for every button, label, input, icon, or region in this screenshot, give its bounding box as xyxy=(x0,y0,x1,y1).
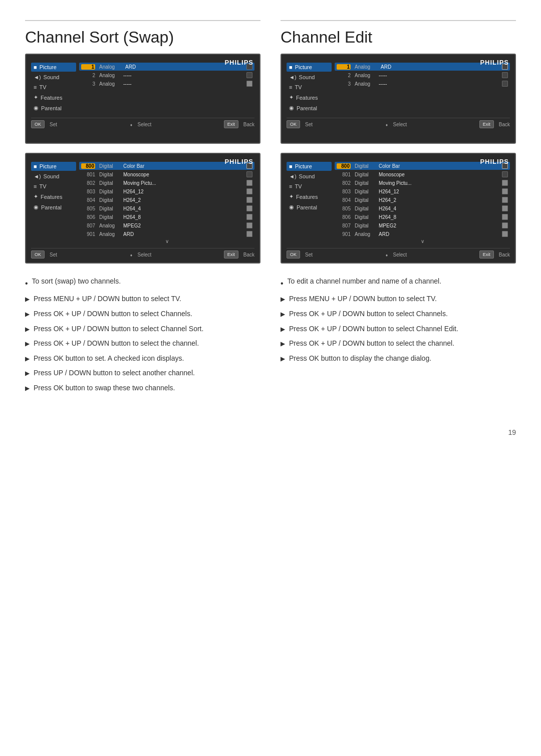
back-label-2: Back xyxy=(243,252,254,258)
channel-row-r2-802: 802 Digital Moving Pictu... xyxy=(335,179,510,187)
select-label-r1: Select xyxy=(393,122,407,127)
select-icon-r2: ⬧ xyxy=(385,252,388,258)
exit-button-1[interactable]: Exit xyxy=(224,120,238,128)
arrow-left-2: ▶ xyxy=(25,295,30,304)
instruction-right-2: ▶ Press MENU + UP / DOWN button to selec… xyxy=(281,294,516,304)
tv-channel-list-r1: 1 Analog ARD 2 Analog ----- 3 Analog xyxy=(335,63,510,114)
right-column: Channel Edit PHILIPS ■ Picture ◄) Sound … xyxy=(281,20,516,398)
channel-row-r2-807: 807 Digital MPEG2 xyxy=(335,221,510,229)
ok-button-1[interactable]: OK xyxy=(31,120,45,128)
menu-item-features-r1: ✦ Features xyxy=(287,93,332,102)
tv-icon-1: ≡ xyxy=(34,84,37,90)
parental-icon-r1: ◉ xyxy=(289,105,294,111)
picture-icon-1: ■ xyxy=(34,64,37,70)
exit-button-2[interactable]: Exit xyxy=(224,250,238,259)
channel-row-901: 901 Analog ARD xyxy=(79,230,254,238)
channel-row-806: 806 Digital H264_8 xyxy=(79,213,254,221)
menu-item-features-1: ✦ Features xyxy=(31,93,76,102)
menu-item-sound-r2: ◄) Sound xyxy=(287,172,332,181)
left-column: Channel Sort (Swap) PHILIPS ■ Picture ◄)… xyxy=(25,20,260,398)
picture-icon-2: ■ xyxy=(34,163,37,169)
tv-footer-1: OK Set ⬧ Select Exit Back xyxy=(31,118,254,128)
select-icon-r1: ⬧ xyxy=(385,122,388,127)
instruction-right-5: ▶ Press OK + UP / DOWN button to select … xyxy=(281,339,516,349)
sound-icon-r2: ◄) xyxy=(289,173,297,179)
set-label-r2: Set xyxy=(305,252,313,258)
bullet-dot-left-1: • xyxy=(25,278,28,289)
tv-sidebar-r2: ■ Picture ◄) Sound ≡ TV ✦ Features xyxy=(287,162,332,244)
instruction-left-2: ▶ Press MENU + UP / DOWN button to selec… xyxy=(25,294,260,304)
instruction-left-1: • To sort (swap) two channels. xyxy=(25,277,260,289)
tv-icon-r2: ≡ xyxy=(289,183,292,189)
channel-row-803: 803 Digital H264_12 xyxy=(79,187,254,195)
instruction-right-4: ▶ Press OK + UP / DOWN button to select … xyxy=(281,324,516,334)
channel-row-801: 801 Digital Monoscope xyxy=(79,170,254,178)
page-layout: Channel Sort (Swap) PHILIPS ■ Picture ◄)… xyxy=(25,20,516,398)
left-tv-mock-1: PHILIPS ■ Picture ◄) Sound ≡ TV xyxy=(25,54,260,144)
channel-row-807: 807 Analog MPEG2 xyxy=(79,221,254,229)
left-tv-mock-2: PHILIPS ■ Picture ◄) Sound ≡ TV xyxy=(25,153,260,264)
features-icon-2: ✦ xyxy=(34,193,38,200)
tv-sidebar-1: ■ Picture ◄) Sound ≡ TV ✦ Features xyxy=(31,63,76,114)
menu-item-parental-r1: ◉ Parental xyxy=(287,103,332,113)
sound-icon-2: ◄) xyxy=(34,173,41,179)
sound-icon-1: ◄) xyxy=(34,74,41,80)
channel-row-802: 802 Digital Moving Pictu... xyxy=(79,179,254,187)
tv-footer-2: OK Set ⬧ Select Exit Back xyxy=(31,248,254,259)
features-icon-1: ✦ xyxy=(34,94,38,101)
select-label-2: Select xyxy=(138,252,152,258)
tv-channel-list-2: 800 Digital Color Bar 801 Digital Monosc… xyxy=(79,162,254,244)
picture-icon-r2: ■ xyxy=(289,163,293,169)
arrow-left-8: ▶ xyxy=(25,384,30,393)
arrow-left-3: ▶ xyxy=(25,310,30,319)
arrow-right-3: ▶ xyxy=(281,310,285,319)
ok-button-r2[interactable]: OK xyxy=(287,250,300,259)
select-icon-1: ⬧ xyxy=(130,122,133,127)
philips-logo-2: PHILIPS xyxy=(224,158,253,165)
menu-item-tv-r1: ≡ TV xyxy=(287,83,332,92)
menu-item-parental-r2: ◉ Parental xyxy=(287,202,332,212)
channel-row-r2-804: 804 Digital H264_2 xyxy=(335,196,510,204)
menu-item-features-2: ✦ Features xyxy=(31,192,76,201)
channel-row-805: 805 Digital H264_4 xyxy=(79,204,254,212)
tv-content-2: ■ Picture ◄) Sound ≡ TV ✦ Features xyxy=(31,162,254,244)
select-icon-2: ⬧ xyxy=(130,252,133,258)
features-icon-r1: ✦ xyxy=(289,94,294,101)
menu-item-sound-1: ◄) Sound xyxy=(31,73,76,82)
menu-item-sound-2: ◄) Sound xyxy=(31,172,76,181)
tv-channel-list-1: 1 Analog ARD 2 Analog ----- 3 Analog xyxy=(79,63,254,114)
set-label-r1: Set xyxy=(305,122,313,127)
tv-content-r2: ■ Picture ◄) Sound ≡ TV ✦ Features xyxy=(287,162,510,244)
tv-icon-r1: ≡ xyxy=(289,84,292,90)
instruction-right-1: • To edit a channel number and name of a… xyxy=(281,277,516,289)
instruction-left-8: ▶ Press OK button to swap these two chan… xyxy=(25,383,260,393)
scroll-indicator-right: ∨ xyxy=(335,238,510,244)
tv-sidebar-r1: ■ Picture ◄) Sound ≡ TV ✦ Features xyxy=(287,63,332,114)
picture-icon-r1: ■ xyxy=(289,64,293,70)
back-label-r1: Back xyxy=(499,122,510,127)
left-section-title: Channel Sort (Swap) xyxy=(25,20,260,47)
ok-button-r1[interactable]: OK xyxy=(287,120,300,128)
exit-button-r1[interactable]: Exit xyxy=(479,120,494,128)
exit-button-r2[interactable]: Exit xyxy=(479,250,494,259)
select-label-r2: Select xyxy=(393,252,407,258)
instruction-left-7: ▶ Press UP / DOWN button to select anoth… xyxy=(25,368,260,378)
channel-row-3: 3 Analog ----- xyxy=(79,80,254,88)
channel-row-2: 2 Analog ----- xyxy=(79,71,254,79)
tv-icon-2: ≡ xyxy=(34,183,37,189)
sound-icon-r1: ◄) xyxy=(289,74,297,80)
menu-item-parental-1: ◉ Parental xyxy=(31,103,76,113)
ok-button-2[interactable]: OK xyxy=(31,250,45,259)
instruction-left-5: ▶ Press OK + UP / DOWN button to select … xyxy=(25,339,260,349)
arrow-right-4: ▶ xyxy=(281,325,285,334)
menu-item-tv-r2: ≡ TV xyxy=(287,182,332,191)
menu-item-picture-1: ■ Picture xyxy=(31,63,76,72)
tv-content-r1: ■ Picture ◄) Sound ≡ TV ✦ Features xyxy=(287,63,510,114)
instruction-right-6: ▶ Press OK button to display the change … xyxy=(281,354,516,364)
menu-item-picture-r1: ■ Picture xyxy=(287,63,332,72)
channel-row-r1-3: 3 Analog ----- xyxy=(335,80,510,88)
instruction-right-3: ▶ Press OK + UP / DOWN button to select … xyxy=(281,309,516,319)
menu-item-parental-2: ◉ Parental xyxy=(31,202,76,212)
channel-row-r2-801: 801 Digital Monoscope xyxy=(335,170,510,178)
menu-item-tv-1: ≡ TV xyxy=(31,83,76,92)
